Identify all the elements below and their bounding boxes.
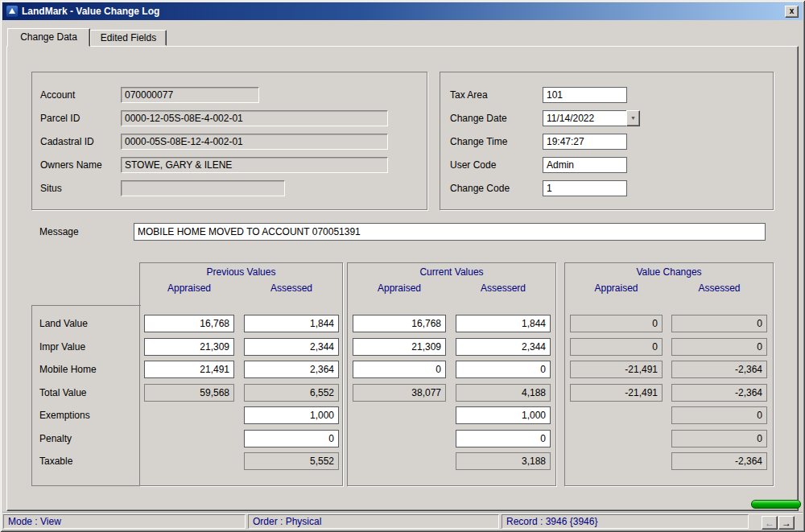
row-label-exemptions: Exemptions bbox=[39, 410, 90, 421]
statusbar-divider bbox=[2, 512, 803, 513]
chg-appraised-header: Appraised bbox=[570, 282, 663, 294]
tab-edited-fields[interactable]: Edited Fields bbox=[90, 30, 167, 46]
account-field: 070000077 bbox=[121, 87, 259, 103]
owners-name-field: STOWE, GARY & ILENE bbox=[121, 157, 388, 173]
previous-values-title: Previous Values bbox=[139, 266, 343, 278]
prev-appraised-header: Appraised bbox=[144, 282, 234, 294]
change-date-label: Change Date bbox=[450, 110, 507, 126]
status-mode: Mode : View bbox=[3, 514, 246, 529]
progress-indicator bbox=[751, 500, 801, 509]
row-label-land-value: Land Value bbox=[39, 318, 88, 329]
impr-value-curr-assessed[interactable] bbox=[456, 338, 551, 356]
penalty-prev-assessed[interactable] bbox=[244, 430, 339, 447]
total-value-curr-appraised: 38,077 bbox=[353, 384, 446, 402]
change-date-dropdown-button[interactable]: ▼ bbox=[626, 110, 640, 126]
land-value-curr-assessed[interactable] bbox=[456, 315, 551, 332]
app-icon bbox=[6, 6, 18, 17]
change-code-field[interactable] bbox=[543, 180, 627, 196]
change-time-label: Change Time bbox=[450, 134, 507, 150]
arrow-right-icon: → bbox=[782, 518, 791, 529]
user-code-label: User Code bbox=[450, 157, 496, 173]
situs-field bbox=[121, 180, 285, 196]
tax-area-field[interactable] bbox=[543, 87, 627, 103]
change-info-groupbox: Tax Area Change Date Change Time User Co… bbox=[440, 72, 774, 210]
cadastral-id-label: Cadastral ID bbox=[40, 134, 94, 150]
change-date-field[interactable] bbox=[543, 110, 627, 126]
curr-assessed-header: Assesserd bbox=[456, 282, 551, 294]
change-data-panel: Account Parcel ID Cadastral ID Owners Na… bbox=[6, 46, 799, 511]
message-field[interactable] bbox=[134, 223, 766, 241]
impr-value-curr-appraised[interactable] bbox=[353, 338, 446, 356]
identity-groupbox: Account Parcel ID Cadastral ID Owners Na… bbox=[31, 72, 427, 210]
user-code-field[interactable] bbox=[543, 157, 627, 173]
close-button[interactable]: x bbox=[785, 6, 799, 18]
current-values-title: Current Values bbox=[347, 266, 556, 278]
taxable-prev-assessed: 5,552 bbox=[244, 452, 339, 470]
curr-appraised-header: Appraised bbox=[353, 282, 446, 294]
parcel-id-field: 0000-12-05S-08E-4-002-01 bbox=[121, 110, 388, 126]
taxable-chg-assessed: -2,364 bbox=[671, 452, 767, 470]
impr-value-prev-assessed[interactable] bbox=[244, 338, 339, 356]
mobile-home-curr-assessed[interactable] bbox=[456, 361, 551, 378]
change-code-label: Change Code bbox=[450, 180, 510, 196]
value-changes-title: Value Changes bbox=[564, 266, 774, 278]
close-icon: x bbox=[790, 6, 795, 15]
parcel-id-label: Parcel ID bbox=[40, 110, 80, 126]
mobile-home-chg-assessed: -2,364 bbox=[671, 361, 767, 378]
penalty-curr-assessed[interactable] bbox=[456, 430, 551, 447]
impr-value-chg-assessed: 0 bbox=[671, 338, 767, 356]
message-label: Message bbox=[39, 224, 79, 240]
window-title: LandMark - Value Change Log bbox=[22, 6, 781, 17]
landmark-window: LandMark - Value Change Log x Change Dat… bbox=[0, 0, 805, 532]
land-value-chg-assessed: 0 bbox=[671, 315, 767, 332]
cadastral-id-field: 0000-05S-08E-12-4-002-01 bbox=[121, 134, 388, 150]
land-value-chg-appraised: 0 bbox=[570, 315, 663, 332]
total-value-chg-assessed: -2,364 bbox=[671, 384, 767, 402]
row-label-total-value: Total Value bbox=[39, 387, 86, 398]
row-label-penalty: Penalty bbox=[39, 433, 72, 444]
tax-area-label: Tax Area bbox=[450, 87, 488, 103]
chg-assessed-header: Assessed bbox=[671, 282, 767, 294]
land-value-prev-assessed[interactable] bbox=[244, 315, 339, 332]
tab-change-data[interactable]: Change Data bbox=[7, 28, 90, 47]
penalty-chg-assessed: 0 bbox=[671, 430, 767, 447]
exemptions-prev-assessed[interactable] bbox=[244, 406, 339, 424]
taxable-curr-assessed: 3,188 bbox=[456, 452, 551, 470]
status-record: Record : 3946 {3946} bbox=[502, 514, 749, 529]
mobile-home-curr-appraised[interactable] bbox=[353, 361, 446, 378]
exemptions-chg-assessed: 0 bbox=[671, 406, 767, 424]
account-label: Account bbox=[40, 87, 75, 103]
owners-name-label: Owners Name bbox=[40, 157, 102, 173]
row-label-impr-value: Impr Value bbox=[39, 341, 85, 353]
exemptions-curr-assessed[interactable] bbox=[456, 406, 551, 424]
status-order: Order : Physical bbox=[248, 514, 499, 529]
impr-value-chg-appraised: 0 bbox=[570, 338, 663, 356]
prev-assessed-header: Assessed bbox=[244, 282, 339, 294]
prev-record-button[interactable]: ← bbox=[762, 516, 778, 530]
total-value-prev-appraised: 59,568 bbox=[144, 384, 234, 402]
impr-value-prev-appraised[interactable] bbox=[144, 338, 234, 356]
change-time-field[interactable] bbox=[543, 134, 627, 150]
chevron-down-icon: ▼ bbox=[630, 115, 636, 121]
title-bar: LandMark - Value Change Log x bbox=[2, 2, 803, 20]
total-value-prev-assessed: 6,552 bbox=[244, 384, 339, 402]
total-value-chg-appraised: -21,491 bbox=[570, 384, 663, 402]
mobile-home-prev-assessed[interactable] bbox=[244, 361, 339, 378]
situs-label: Situs bbox=[40, 180, 62, 196]
land-value-curr-appraised[interactable] bbox=[353, 315, 446, 332]
arrow-left-icon: ← bbox=[765, 518, 774, 529]
row-label-taxable: Taxable bbox=[39, 456, 72, 467]
row-label-mobile-home: Mobile Home bbox=[39, 364, 97, 375]
land-value-prev-appraised[interactable] bbox=[144, 315, 234, 332]
next-record-button[interactable]: → bbox=[778, 516, 795, 530]
mobile-home-prev-appraised[interactable] bbox=[144, 361, 234, 378]
mobile-home-chg-appraised: -21,491 bbox=[570, 361, 663, 378]
total-value-curr-assessed: 4,188 bbox=[456, 384, 551, 402]
